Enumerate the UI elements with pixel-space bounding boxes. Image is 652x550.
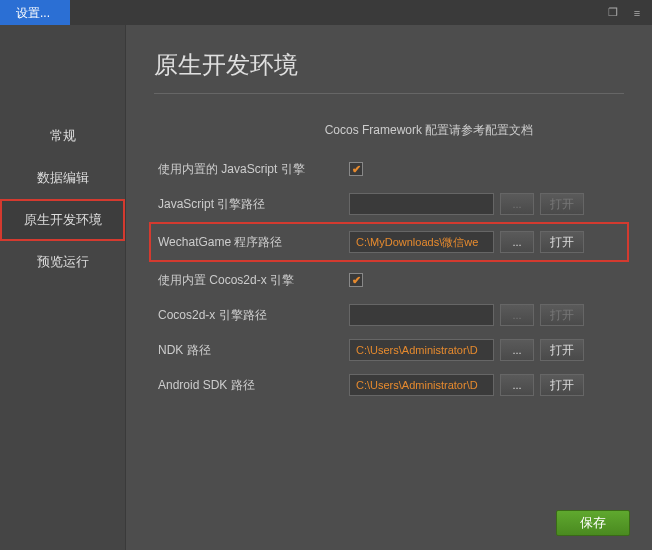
content: 原生开发环境 Cocos Framework 配置请参考配置文档 使用内置的 J… [125,25,652,550]
label-js-builtin: 使用内置的 JavaScript 引擎 [154,161,349,178]
label-js-path: JavaScript 引擎路径 [154,196,349,213]
sidebar: 常规 数据编辑 原生开发环境 预览运行 [0,25,125,550]
browse-wechat-path[interactable]: ... [500,231,534,253]
config-hint: Cocos Framework 配置请参考配置文档 [154,122,624,139]
label-cocos-builtin: 使用内置 Cocos2d-x 引擎 [154,272,349,289]
open-sdk-path[interactable]: 打开 [540,374,584,396]
checkbox-js-builtin[interactable]: ✔ [349,162,363,176]
row-js-path: JavaScript 引擎路径 ... 打开 [154,192,624,216]
sidebar-item-general[interactable]: 常规 [0,115,125,157]
row-cocos-path: Cocos2d-x 引擎路径 ... 打开 [154,303,624,327]
sidebar-item-data-edit[interactable]: 数据编辑 [0,157,125,199]
row-js-builtin: 使用内置的 JavaScript 引擎 ✔ [154,157,624,181]
menu-icon[interactable]: ≡ [630,6,644,20]
page-title: 原生开发环境 [154,49,624,94]
save-button[interactable]: 保存 [556,510,630,536]
checkbox-cocos-builtin[interactable]: ✔ [349,273,363,287]
row-cocos-builtin: 使用内置 Cocos2d-x 引擎 ✔ [154,268,624,292]
open-js-path[interactable]: 打开 [540,193,584,215]
label-wechat: WechatGame 程序路径 [154,234,349,251]
input-wechat-path[interactable]: C:\MyDownloads\微信we [349,231,494,253]
label-sdk: Android SDK 路径 [154,377,349,394]
browse-sdk-path[interactable]: ... [500,374,534,396]
footer: 保存 [556,510,630,536]
sidebar-item-preview[interactable]: 预览运行 [0,241,125,283]
row-wechat: WechatGame 程序路径 C:\MyDownloads\微信we ... … [154,227,624,257]
input-sdk-path[interactable]: C:\Users\Administrator\D [349,374,494,396]
open-ndk-path[interactable]: 打开 [540,339,584,361]
restore-icon[interactable]: ❐ [606,6,620,20]
input-js-path[interactable] [349,193,494,215]
titlebar-tab-settings[interactable]: 设置... [0,0,70,25]
sidebar-item-native-dev[interactable]: 原生开发环境 [0,199,125,241]
row-sdk: Android SDK 路径 C:\Users\Administrator\D … [154,373,624,397]
browse-ndk-path[interactable]: ... [500,339,534,361]
main: 常规 数据编辑 原生开发环境 预览运行 原生开发环境 Cocos Framewo… [0,25,652,550]
titlebar: 设置... ❐ ≡ [0,0,652,25]
label-ndk: NDK 路径 [154,342,349,359]
titlebar-controls: ❐ ≡ [70,0,652,25]
row-ndk: NDK 路径 C:\Users\Administrator\D ... 打开 [154,338,624,362]
browse-js-path[interactable]: ... [500,193,534,215]
open-wechat-path[interactable]: 打开 [540,231,584,253]
input-cocos-path[interactable] [349,304,494,326]
label-cocos-path: Cocos2d-x 引擎路径 [154,307,349,324]
open-cocos-path[interactable]: 打开 [540,304,584,326]
browse-cocos-path[interactable]: ... [500,304,534,326]
input-ndk-path[interactable]: C:\Users\Administrator\D [349,339,494,361]
